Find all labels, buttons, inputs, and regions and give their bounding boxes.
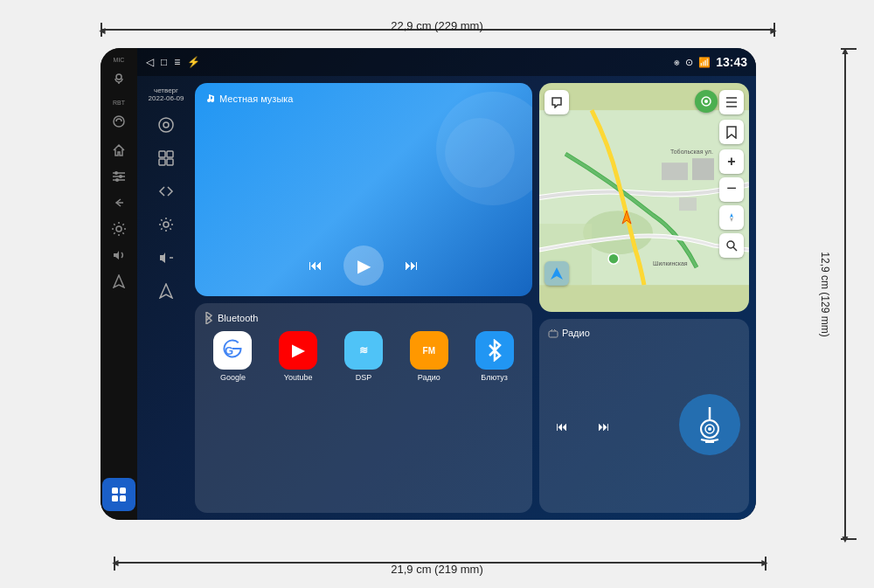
usb-icon: ⚡ — [187, 56, 200, 68]
youtube-label: Youtube — [284, 373, 313, 382]
svg-point-4 — [114, 171, 118, 175]
map-location-btn[interactable] — [695, 90, 718, 113]
menu-icon[interactable]: ≡ — [174, 56, 180, 68]
svg-rect-12 — [120, 488, 126, 494]
app-item-youtube[interactable]: ▶ Youtube — [279, 331, 317, 382]
rbt-label: RBT — [113, 100, 125, 106]
nav-icon-vol-down[interactable] — [152, 244, 180, 272]
map-placeholder: Тобольская ул. Шилкинская — [539, 83, 749, 312]
app-item-bluetooth[interactable]: Блютуз — [475, 331, 514, 382]
music-card: Местная музыка ⏮ ▶ ⏭ — [195, 83, 532, 296]
map-search-btn[interactable] — [719, 233, 744, 258]
google-icon: G — [213, 331, 252, 370]
side-btn-settings[interactable] — [109, 219, 128, 239]
svg-text:Тобольская ул.: Тобольская ул. — [670, 149, 713, 156]
svg-point-21 — [163, 222, 169, 227]
svg-point-16 — [163, 122, 169, 128]
radio-next-button[interactable]: ⏭ — [590, 412, 618, 440]
map-chat-btn[interactable] — [545, 90, 569, 114]
status-bar: ◁ □ ≡ ⚡ ⎈ ⊙ 📶 13:43 — [137, 48, 756, 76]
app-item-radio[interactable]: FM Радио — [410, 331, 448, 382]
dsp-icon: ≋ — [344, 331, 383, 370]
side-btn-home[interactable] — [109, 141, 128, 160]
back-icon[interactable]: ◁ — [146, 56, 154, 68]
svg-text:Шилкинская: Шилкинская — [653, 260, 688, 266]
map-nav-icon[interactable] — [545, 261, 569, 286]
bluetooth-icon: ⎈ — [674, 57, 680, 67]
side-btn-eq[interactable] — [109, 167, 128, 186]
app-item-google[interactable]: G Google — [213, 331, 252, 382]
svg-point-15 — [159, 118, 173, 132]
side-btn-rbt[interactable] — [109, 112, 128, 131]
right-column: Тобольская ул. Шилкинская — [539, 83, 749, 513]
radio-controls: ⏮ ⏭ — [548, 412, 618, 440]
music-next-button[interactable]: ⏭ — [398, 252, 426, 280]
bluetooth-card: Bluetooth G Google — [195, 303, 532, 513]
svg-line-43 — [733, 247, 737, 251]
svg-marker-40 — [730, 213, 733, 218]
svg-point-9 — [116, 226, 121, 232]
nav-icon-settings-gear[interactable] — [152, 211, 180, 239]
measure-bot-arrow-left: ◄ — [110, 557, 121, 569]
radio-body: ⏮ ⏭ — [548, 345, 740, 504]
status-bar-right: ⎈ ⊙ 📶 13:43 — [674, 55, 747, 69]
svg-rect-29 — [692, 158, 714, 180]
map-card: Тобольская ул. Шилкинская — [539, 83, 749, 312]
screen: ◁ □ ≡ ⚡ ⎈ ⊙ 📶 13:43 четверг — [137, 48, 756, 520]
svg-rect-19 — [159, 159, 165, 165]
svg-point-26 — [583, 211, 653, 254]
measure-right-line — [844, 48, 846, 540]
svg-marker-41 — [730, 218, 733, 222]
measure-bot-arrow-right: ► — [760, 557, 770, 569]
nav-date: четверг 2022-06-09 — [149, 86, 184, 102]
svg-rect-28 — [662, 163, 688, 180]
measure-top-arrow-right: ► — [768, 24, 779, 37]
svg-rect-18 — [167, 151, 173, 157]
svg-rect-17 — [159, 151, 165, 157]
svg-marker-44 — [551, 267, 563, 280]
side-btn-nav[interactable] — [109, 272, 128, 291]
nav-icon-navigation[interactable] — [152, 277, 180, 305]
measure-right-label: 12,9 cm (129 mm) — [818, 252, 830, 336]
radio-title: Радио — [548, 328, 740, 338]
wifi-icon: 📶 — [698, 57, 711, 68]
music-play-button[interactable]: ▶ — [343, 246, 384, 286]
bluetooth-app-icon — [475, 331, 514, 370]
nav-icon-ring[interactable] — [152, 111, 180, 139]
nav-icon-grid[interactable] — [152, 144, 180, 172]
radio-label: Радио — [418, 373, 440, 382]
svg-rect-45 — [549, 331, 558, 337]
map-zoom-out-btn[interactable]: − — [719, 177, 744, 202]
side-btn-back[interactable] — [109, 193, 128, 212]
side-buttons-panel: MIC RBT — [101, 48, 137, 520]
map-compass-btn[interactable] — [719, 205, 744, 230]
map-zoom-in-btn[interactable]: + — [719, 149, 744, 174]
status-time: 13:43 — [716, 55, 747, 69]
radio-prev-button[interactable]: ⏮ — [548, 412, 576, 440]
measure-top-arrow-left: ◄ — [97, 24, 108, 37]
map-bookmark-btn[interactable] — [719, 120, 744, 144]
measure-bottom-label: 21,9 cm (219 mm) — [391, 563, 482, 576]
music-prev-button[interactable]: ⏮ — [302, 252, 329, 280]
svg-rect-20 — [167, 159, 173, 165]
svg-marker-23 — [160, 284, 172, 298]
radio-card: Радио ⏮ ⏭ — [539, 319, 749, 513]
svg-rect-13 — [112, 495, 118, 502]
measure-right-arrow-top: ▲ — [840, 45, 850, 57]
svg-point-36 — [704, 100, 708, 103]
map-menu-btn[interactable] — [719, 90, 744, 114]
side-btn-vol[interactable] — [109, 246, 128, 265]
radio-antenna — [679, 394, 740, 455]
google-label: Google — [220, 373, 246, 382]
side-btn-mic[interactable] — [109, 69, 128, 88]
diagram-container: ◄ ► 22,9 cm (229 mm) ◄ ► 21,9 cm (219 mm… — [0, 0, 874, 588]
nav-icon-arrows[interactable] — [152, 177, 180, 205]
home-icon[interactable]: □ — [161, 56, 167, 68]
app-item-dsp[interactable]: ≋ DSP — [344, 331, 383, 382]
main-content: четверг 2022-06-09 — [137, 76, 756, 520]
svg-point-2 — [114, 116, 124, 127]
left-nav: четверг 2022-06-09 — [144, 83, 188, 513]
radio-icon: FM — [410, 331, 448, 370]
measure-right-arrow-bot: ▼ — [840, 533, 850, 545]
side-btn-apps[interactable] — [102, 478, 135, 511]
